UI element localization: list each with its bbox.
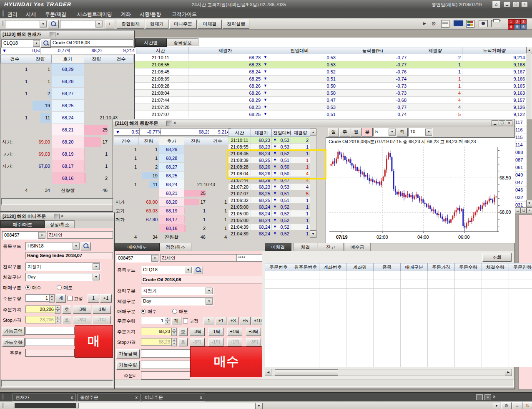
minus3tick-button[interactable]: -3틱 (190, 328, 205, 336)
col-volume[interactable]: 체결량 (291, 129, 310, 137)
col-price[interactable]: 체결가 (188, 47, 262, 54)
close-icon[interactable]: x (200, 394, 203, 401)
col-change[interactable]: 전일대비 (262, 47, 337, 54)
chevron-down-icon[interactable]: ▼ (206, 288, 213, 294)
menu-item-account[interactable]: 계좌 (121, 11, 131, 18)
timesales-row[interactable]: 21:08:3968,25▼0,51-0,7419,166 (133, 76, 527, 83)
chevron-down-icon[interactable]: ▼ (389, 129, 396, 136)
col-cum-volume[interactable]: 누적거래량 (462, 47, 527, 54)
timesales-row[interactable]: 21:10:1168,23▼0,53-0,7729,214 (133, 54, 527, 61)
settings-gear-icon[interactable]: ⚙ (429, 19, 439, 28)
timesales-row[interactable]: 21:07:2068,23▼0,534 (228, 184, 310, 190)
taskbar-grip[interactable]: ║ (1, 394, 5, 399)
code-combo-2120[interactable]: HSIN18▼ (25, 242, 80, 250)
tick-button[interactable]: 틱 (397, 128, 408, 136)
ladder-bid-row[interactable]: 1968,25 (114, 172, 228, 180)
radio-buy-2120[interactable]: 매수 (25, 285, 41, 291)
toolbar-more-arrow-icon[interactable]: ▶ (423, 21, 426, 25)
timesales-row[interactable]: 21:05:0068,24▼0,521 (228, 210, 310, 217)
ho-button[interactable]: 호 (62, 305, 71, 314)
add-button[interactable]: + (105, 20, 114, 28)
status-gear-icon[interactable]: ⚙ (501, 402, 512, 409)
stop-ho-button[interactable]: 호 (178, 338, 188, 346)
close-button[interactable]: × (506, 120, 512, 126)
col-count-bid[interactable]: 건수 (114, 137, 138, 145)
radio-sell-2110[interactable]: 매도 (172, 308, 188, 315)
chevron-down-icon[interactable]: ▼ (93, 274, 100, 280)
vertical-scrollbar[interactable] (526, 53, 532, 119)
col-qty-bid[interactable]: 잔량 (29, 55, 52, 63)
timesales-row[interactable]: 21:04:3968,24▼0,521 (228, 224, 310, 230)
symbol-combo-1120[interactable]: CLQ18▼ (1, 39, 41, 48)
toolbar-btn-quote[interactable]: 현재가 (145, 20, 168, 29)
close-icon[interactable]: x (71, 394, 73, 401)
fill-type-combo-2110[interactable]: Day▼ (141, 297, 213, 305)
minimize-button[interactable]: ▁ (492, 120, 498, 126)
qty-spinner[interactable]: ▲▼ (49, 294, 55, 302)
order-qty-input[interactable]: 1 (25, 294, 50, 302)
task-tab-composite-order[interactable]: 종합주문x (77, 394, 141, 401)
radio-sell-2120[interactable]: 매도 (57, 285, 73, 291)
chevron-down-icon[interactable]: ▼ (425, 129, 432, 136)
stop-spinner[interactable]: ▲▼ (171, 338, 177, 346)
qty-preset-plus10[interactable]: +10 (252, 317, 263, 325)
available-amount-field[interactable] (141, 349, 190, 358)
fills-header-row[interactable]: 주문번호원주문번호계좌번호계좌명종목매매구분주문가격주문수량체결수량주문잔량 (265, 263, 532, 271)
ladder-bid-row[interactable]: 1968,25 (1, 100, 133, 112)
quick-screen-5[interactable]: 5 (514, 24, 520, 30)
order-price-input[interactable]: 28,206 (25, 305, 55, 313)
menu-item-marketinfo[interactable]: 시황/동향 (140, 11, 161, 18)
col-time[interactable]: 시간 (228, 129, 251, 137)
plus3tick-button[interactable]: +3틱 (246, 328, 261, 336)
tick-combo[interactable]: 10▼ (408, 128, 433, 136)
timesales-row[interactable]: 21:08:2868,26▼0,501 (228, 164, 310, 170)
col-price[interactable]: 호가 (159, 137, 184, 145)
quick-screen-4[interactable]: 4 (508, 24, 514, 30)
tab-buy-sell-2110[interactable]: 매수/매도 (115, 243, 160, 252)
timesales-row[interactable]: 21:08:0468,26▼0,504 (228, 170, 310, 177)
window-2120-titlebar[interactable]: [2120] 해외 미니주문 × (0, 212, 114, 220)
ladder-bid-row[interactable]: 1168,29 (1, 63, 133, 76)
ladder-ask-row[interactable]: 고가69,0368,1911 (114, 207, 228, 215)
bg-minimize-button[interactable]: ▁ (515, 207, 521, 213)
col-qty-ask[interactable]: 잔량 (84, 55, 109, 63)
fill-type-combo-2120[interactable]: Day▼ (25, 273, 100, 281)
available-qty-field[interactable] (141, 361, 190, 369)
timesales-row[interactable]: 21:08:4568,24▼0,52-0,7619,167 (133, 68, 527, 76)
stop-spinner[interactable]: ▲▼ (55, 316, 60, 323)
taskbar-close-icon[interactable]: × (493, 394, 495, 399)
available-amount-button[interactable]: 가능금액 (2, 327, 25, 336)
ladder-ask-row[interactable]: 68,1621 (114, 224, 228, 233)
close-icon[interactable]: x (136, 394, 138, 401)
qty-total-button[interactable]: 계 (171, 317, 181, 325)
memo-icon[interactable] (441, 20, 449, 28)
chevron-down-icon[interactable]: ▼ (40, 21, 47, 28)
status-refresh-icon[interactable]: ↻ (523, 402, 532, 409)
quick-screen-6[interactable]: 6 (520, 24, 527, 30)
ladder-bid-row[interactable]: 1168,28 (114, 154, 228, 163)
timesales-row[interactable]: 21:07:2068,23▼0,53-0,7749,126 (133, 104, 527, 111)
menu-item-manage[interactable]: 관리 (8, 11, 18, 18)
col-volume[interactable]: 체결량 (408, 47, 462, 54)
search-button-toolbar[interactable] (48, 20, 59, 28)
stop-plus3tick-button[interactable]: +3틱 (246, 338, 261, 346)
statusbar-grip[interactable]: ║ (1, 403, 5, 408)
ho-button[interactable]: 호 (178, 328, 188, 336)
ladder-bid-row[interactable]: 1268,27 (114, 163, 228, 172)
minus3tick-button[interactable]: -3틱 (73, 305, 91, 314)
available-qty-field[interactable] (25, 338, 75, 346)
timesales-row[interactable]: 21:08:0468,26▼0,50-0,7349,163 (133, 90, 527, 97)
tab-buy-sell-2120[interactable]: 매수/매도 (0, 220, 45, 229)
minute-combo[interactable]: 5▼ (373, 128, 396, 136)
vertical-scrollbar[interactable] (310, 135, 316, 231)
qty-preset-1[interactable]: 1 (203, 317, 214, 325)
stop-minus3tick-button[interactable]: -3틱 (73, 316, 91, 324)
ladder-bid-row[interactable]: 11168,2421:10:43 (114, 180, 228, 189)
period-day-button[interactable]: 일 (328, 128, 339, 136)
chevron-down-icon[interactable]: ▼ (33, 40, 40, 47)
menu-item-guide[interactable]: 고객가이드 (172, 11, 197, 18)
col-pct[interactable]: 등락률(%) (337, 47, 408, 54)
scroll-down-icon[interactable]: ▼ (526, 200, 532, 207)
timesales-row[interactable]: 21:04:3968,24▼0,521 (228, 230, 310, 237)
symbol-name-combo-toolbar[interactable]: ▼ (60, 20, 103, 28)
